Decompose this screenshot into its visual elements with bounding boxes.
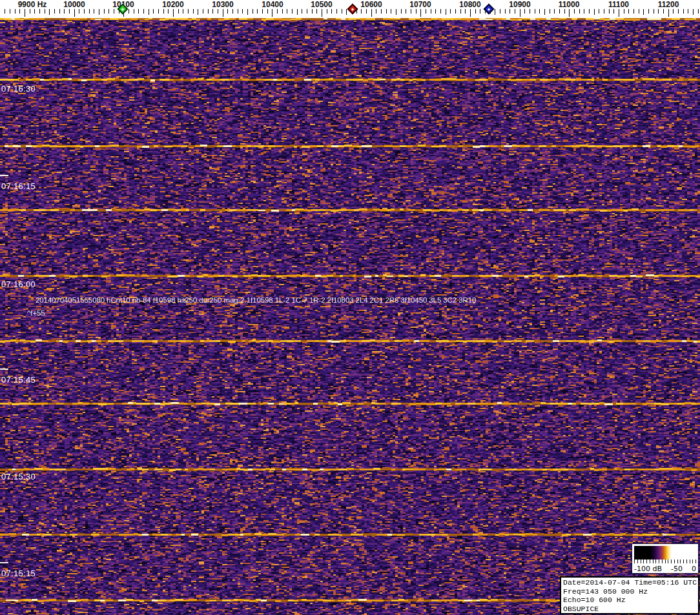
db-scale-tick xyxy=(683,560,684,563)
freq-tick xyxy=(203,9,203,14)
spectrogram-area xyxy=(0,18,700,615)
detection-annotation: 20140704051555080 hCnt10 nb-84 f10598 hi… xyxy=(36,296,476,304)
db-scale-legend: -100 dB -50 0 xyxy=(632,543,699,574)
freq-label: 11200 xyxy=(658,0,679,9)
freq-tick xyxy=(277,9,278,14)
freq-tick xyxy=(624,9,624,14)
freq-label: 10200 xyxy=(162,0,183,9)
freq-tick xyxy=(639,9,639,14)
time-label: 07:16:30 xyxy=(1,84,36,94)
freq-label: 10400 xyxy=(262,0,283,9)
freq-tick xyxy=(342,9,342,14)
db-scale-tick xyxy=(641,560,641,563)
freq-tick xyxy=(416,9,417,14)
db-gradient-bar xyxy=(634,546,696,560)
db-scale-tick xyxy=(659,560,659,563)
freq-tick xyxy=(322,9,322,17)
freq-tick xyxy=(114,9,114,14)
db-label-max: 0 xyxy=(692,565,696,573)
freq-tick xyxy=(613,9,614,14)
freq-tick xyxy=(693,9,694,15)
freq-tick xyxy=(446,9,446,15)
freq-tick xyxy=(198,9,198,15)
freq-tick xyxy=(158,9,159,14)
freq-tick xyxy=(510,9,510,14)
db-scale-tick xyxy=(671,560,672,563)
freq-tick xyxy=(45,9,45,14)
freq-tick xyxy=(530,9,530,14)
time-label: 07:16:15 xyxy=(1,181,36,191)
freq-label: 10000 xyxy=(63,0,85,9)
freq-tick xyxy=(312,9,313,14)
freq-tick xyxy=(594,9,595,15)
freq-tick xyxy=(698,9,699,14)
freq-tick xyxy=(574,9,575,14)
db-scale-tick xyxy=(650,560,650,563)
freq-tick xyxy=(411,9,411,14)
info-echo-line: Echo=10 600 Hz xyxy=(563,596,626,604)
freq-label: 11100 xyxy=(608,0,629,9)
freq-tick xyxy=(94,9,94,14)
freq-tick xyxy=(480,9,480,14)
freq-tick xyxy=(505,9,506,14)
time-label: 07:16:00 xyxy=(1,279,36,289)
marker-center-dot xyxy=(351,8,354,11)
freq-tick xyxy=(520,9,520,17)
time-label: 07:15:45 xyxy=(1,375,36,385)
freq-label: 9900 Hz xyxy=(18,0,47,9)
freq-label: 10900 xyxy=(509,0,530,9)
freq-tick xyxy=(149,9,149,15)
freq-tick xyxy=(386,9,387,14)
freq-tick xyxy=(550,9,550,14)
freq-tick xyxy=(371,9,372,17)
freq-tick xyxy=(307,9,307,14)
spectrogram-canvas[interactable] xyxy=(0,18,700,615)
freq-tick xyxy=(361,9,362,14)
freq-tick xyxy=(426,9,426,14)
freq-tick xyxy=(435,9,436,14)
freq-tick xyxy=(143,9,144,14)
freq-tick xyxy=(84,9,85,14)
freq-tick xyxy=(223,9,223,17)
db-scale-tick xyxy=(680,560,681,563)
db-scale-tick xyxy=(695,560,696,563)
db-scale-tick xyxy=(674,560,675,563)
cursor-annotation: ^t+55 xyxy=(27,309,45,317)
time-edge-tick xyxy=(0,562,8,563)
freq-tick xyxy=(208,9,209,14)
freq-tick xyxy=(455,9,456,14)
db-scale-tick xyxy=(655,560,656,563)
freq-tick xyxy=(470,9,471,17)
freq-tick xyxy=(15,9,15,14)
freq-tick xyxy=(609,9,610,14)
freq-tick xyxy=(134,9,134,14)
freq-tick xyxy=(108,9,109,14)
freq-tick xyxy=(500,9,500,14)
freq-tick xyxy=(396,9,396,15)
freq-tick xyxy=(604,9,604,14)
freq-tick xyxy=(495,9,495,15)
freq-tick xyxy=(257,9,258,14)
db-scale-tick xyxy=(653,560,654,563)
freq-tick xyxy=(569,9,570,17)
freq-tick xyxy=(460,9,461,14)
freq-tick xyxy=(54,9,55,14)
freq-tick xyxy=(431,9,431,14)
freq-tick xyxy=(554,9,555,14)
freq-tick xyxy=(59,9,60,14)
db-scale-tick xyxy=(692,560,693,563)
db-scale-tick xyxy=(668,560,668,563)
freq-tick xyxy=(34,9,35,14)
freq-label: 10500 xyxy=(311,0,332,9)
freq-tick xyxy=(212,9,213,14)
db-scale-tick xyxy=(690,560,690,563)
freq-tick xyxy=(539,9,540,14)
freq-tick xyxy=(252,9,253,14)
freq-tick xyxy=(272,9,273,17)
freq-tick xyxy=(39,9,40,14)
freq-tick xyxy=(440,9,441,14)
freq-tick xyxy=(420,9,421,17)
freq-tick xyxy=(559,9,560,14)
db-scale-tick xyxy=(665,560,666,563)
freq-tick xyxy=(401,9,402,14)
